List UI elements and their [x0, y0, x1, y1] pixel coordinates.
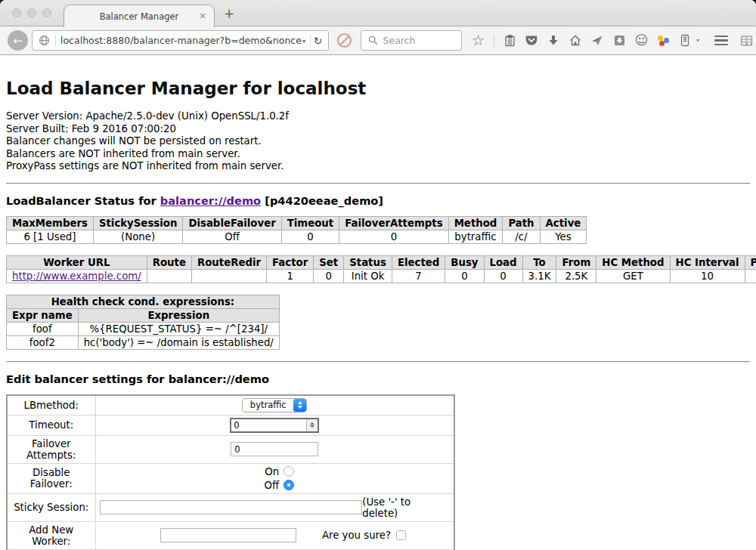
reload-icon[interactable]: ↻ — [310, 35, 323, 47]
search-bar[interactable] — [361, 30, 462, 51]
search-icon — [367, 34, 380, 47]
are-you-sure-checkbox[interactable] — [396, 530, 406, 540]
status-heading-prefix: LoadBalancer Status for — [6, 194, 160, 207]
tab-title: Balancer Manager — [100, 11, 179, 22]
table-header-row: Expr name Expression — [7, 308, 280, 322]
cell-route — [147, 269, 191, 283]
tab-close-icon[interactable]: × — [199, 11, 206, 21]
cell-worker-url: http://www.example.com/ — [7, 269, 147, 283]
pocket-icon[interactable] — [525, 34, 538, 47]
toolbar-buttons: ☆ — [472, 34, 699, 48]
table-row: foof %{REQUEST_STATUS} =~ /^[234]/ — [7, 322, 280, 335]
home-icon[interactable] — [569, 34, 582, 47]
add-worker-input[interactable] — [160, 528, 296, 542]
cell-passes: 1 (0) — [745, 269, 756, 283]
colored-dots-extension-icon[interactable] — [657, 34, 670, 47]
cell-expr-name: foof — [7, 322, 79, 335]
menu-icon[interactable] — [714, 36, 728, 46]
adblock-icon[interactable] — [337, 33, 352, 48]
number-spinner-icon[interactable] — [306, 419, 318, 431]
col-header: Elected — [392, 255, 445, 269]
col-header: Timeout — [281, 216, 339, 230]
sticky-session-label: Sticky Session: — [7, 493, 95, 521]
table-header-row: Worker URL Route RouteRedir Factor Set S… — [7, 255, 756, 269]
cell-load: 0 — [484, 269, 522, 283]
radio-off-label: Off — [265, 480, 280, 491]
health-table-title: Health check cond. expressions: — [7, 295, 280, 308]
cell-expression: %{REQUEST_STATUS} =~ /^[234]/ — [78, 322, 279, 335]
radio-on[interactable] — [284, 466, 294, 477]
site-identity-globe-icon[interactable] — [38, 34, 51, 47]
table-header-row: Health check cond. expressions: — [7, 295, 280, 308]
disable-failover-label: Disable Failover: — [7, 463, 95, 493]
form-row-failover-attempts: Failover Attempts: — [7, 435, 454, 463]
table-row: 6 [1 Used] (None) Off 0 0 bytraffic /c/ … — [7, 230, 587, 243]
server-version-line: Server Version: Apache/2.5.0-dev (Unix) … — [6, 110, 750, 123]
failover-attempts-label: Failover Attempts: — [7, 435, 95, 463]
col-header: Expression — [78, 308, 279, 322]
back-button[interactable]: ← — [8, 30, 28, 51]
cell-elected: 7 — [392, 269, 445, 283]
cell-failoverattempts: 0 — [339, 230, 448, 243]
sticky-session-input[interactable] — [100, 500, 363, 514]
form-row-disable-failover: Disable Failover: On Off — [7, 463, 454, 493]
cell-hc-interval: 10 — [670, 269, 745, 283]
timeout-input[interactable] — [231, 419, 306, 431]
sticky-session-note: (Use '-' to delete) — [362, 496, 450, 519]
balancers-note-line: Balancers are NOT inherited from main se… — [6, 148, 750, 161]
col-header: StickySession — [93, 216, 182, 230]
cell-stickysession: (None) — [93, 230, 182, 243]
tab-bar: Balancer Manager × + — [0, 0, 756, 26]
col-header: Factor — [267, 255, 314, 269]
cell-timeout: 0 — [281, 230, 339, 243]
lbmethod-select[interactable]: bytraffic — [242, 398, 307, 412]
new-tab-button[interactable]: + — [224, 6, 234, 21]
downloads-icon[interactable] — [547, 34, 560, 47]
search-input[interactable] — [383, 35, 456, 46]
col-header: HC Interval — [670, 255, 745, 269]
zoom-window-button[interactable] — [42, 8, 51, 17]
page-content: Load Balancer Manager for localhost Serv… — [0, 55, 756, 550]
are-you-sure-label: Are you sure? — [322, 530, 391, 541]
failover-attempts-input[interactable] — [231, 442, 318, 456]
cell-status: Init Ok — [344, 269, 392, 283]
save-page-icon[interactable] — [613, 34, 626, 47]
balancer-demo-link[interactable]: balancer://demo — [160, 194, 261, 207]
url-bar[interactable]: ↻ — [32, 30, 329, 51]
cell-to: 3.1K — [522, 269, 556, 283]
cell-hc-method: GET — [596, 269, 670, 283]
url-input[interactable] — [60, 35, 305, 46]
apps-grid-icon[interactable] — [740, 34, 753, 47]
caret-down-icon[interactable]: ▾ — [696, 37, 699, 44]
col-header: Set — [314, 255, 344, 269]
reading-list-icon[interactable] — [503, 34, 516, 47]
close-window-button[interactable] — [12, 8, 21, 17]
forum-smiley-icon[interactable]: ☺ — [635, 34, 648, 47]
cell-expression: hc('body') =~ /domain is established/ — [78, 335, 279, 349]
persist-note-line: Balancer changes will NOT be persisted o… — [6, 135, 750, 148]
cell-active: Yes — [540, 230, 587, 243]
table-header-row: MaxMembers StickySession DisableFailover… — [7, 216, 587, 230]
device-battery-icon[interactable] — [679, 34, 692, 47]
server-info: Server Version: Apache/2.5.0-dev (Unix) … — [6, 110, 750, 173]
form-row-lbmethod: LBmethod: bytraffic — [7, 395, 454, 416]
bookmark-star-icon[interactable]: ☆ — [472, 34, 485, 47]
table-row: foof2 hc('body') =~ /domain is establish… — [7, 335, 280, 349]
col-header: Load — [484, 255, 522, 269]
form-row-sticky-session: Sticky Session: (Use '-' to delete) — [7, 493, 454, 521]
col-header: MaxMembers — [7, 216, 94, 230]
tab-balancer-manager[interactable]: Balancer Manager × — [64, 5, 215, 27]
col-header: Worker URL — [7, 255, 147, 269]
radio-on-label: On — [265, 466, 279, 477]
radio-off[interactable] — [284, 480, 294, 490]
send-icon[interactable] — [591, 34, 604, 47]
edit-balancer-form: LBmethod: bytraffic Timeout: — [6, 394, 455, 550]
cell-path: /c/ — [503, 230, 540, 243]
minimize-window-button[interactable] — [27, 8, 36, 17]
worker-url-link[interactable]: http://www.example.com/ — [12, 270, 141, 282]
browser-window: Balancer Manager × + ← ↻ — [0, 0, 756, 550]
divider — [6, 183, 750, 184]
col-header: From — [556, 255, 596, 269]
table-row: http://www.example.com/ 1 0 Init Ok 7 0 … — [7, 269, 756, 283]
add-worker-label: Add New Worker: — [7, 521, 95, 549]
